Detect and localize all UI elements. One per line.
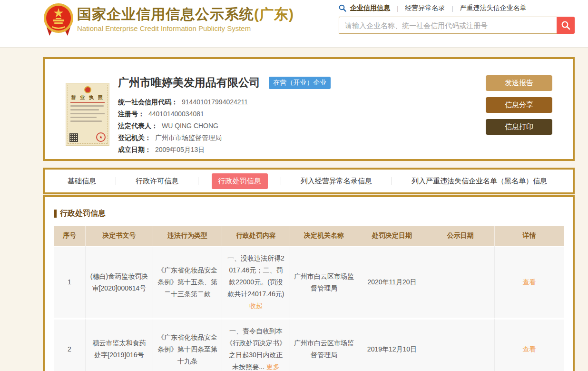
tabs-bar: 基础信息 行政许可信息 行政处罚信息 列入经营异常名录信息 列入严重违法失信企业… (45, 170, 573, 192)
site-title-region: (广东) (254, 6, 294, 22)
nav-link-abnormal-operations[interactable]: 经营异常名录 (405, 4, 445, 12)
cell-decision-date: 2020年11月20日 (358, 246, 426, 319)
cell-authority: 广州市白云区市场监督管理局 (290, 246, 358, 319)
tab-divider (281, 177, 281, 185)
table-row: 2 穗云市监太和食药处字[2019]016号 《广东省化妆品安全条例》第十四条至… (54, 319, 564, 371)
col-header-decision-date: 处罚决定日期 (358, 226, 426, 246)
view-detail-link[interactable]: 查看 (523, 345, 536, 353)
license-emblem-icon (84, 86, 91, 93)
cell-authority: 广州市白云区市场监督管理局 (290, 319, 358, 371)
cell-penalty-content: 一、没收违法所得2017.46元；二、罚款22000元。(罚没款共计24017.… (222, 246, 290, 319)
cell-violation-type: 《广东省化妆品安全条例》第十五条、第二十三条第二款 (153, 246, 222, 319)
company-name: 广州市唯婷美发用品有限公司 (118, 75, 260, 90)
license-text-line (70, 117, 97, 118)
cell-publish-date (426, 319, 495, 371)
license-text-line (70, 113, 105, 114)
field-label: 统一社会信用代码： (118, 98, 178, 106)
cell-doc-no: 穗云市监太和食药处字[2019]016号 (86, 319, 153, 371)
cell-publish-date (426, 246, 495, 319)
tab-abnormal-list[interactable]: 列入经营异常名录信息 (294, 173, 379, 189)
site-title-block: 国家企业信用信息公示系统(广东) National Enterprise Cre… (77, 6, 294, 32)
site-subtitle: National Enterprise Credit Information P… (77, 24, 294, 32)
col-header-detail: 详情 (495, 226, 564, 246)
col-header-authority: 决定机关名称 (290, 226, 358, 246)
view-detail-link[interactable]: 查看 (523, 278, 536, 286)
field-legal-representative: 法定代表人：WU QING CHONG (118, 120, 331, 132)
field-registration-no: 注册号：440101400034081 (118, 108, 331, 120)
field-value: 440101400034081 (148, 110, 204, 118)
field-value: WU QING CHONG (162, 122, 218, 130)
nav-divider: | (451, 5, 453, 12)
company-main: 广州市唯婷美发用品有限公司 在营（开业）企业 统一社会信用代码：91440101… (118, 75, 331, 156)
send-report-button[interactable]: 发送报告 (486, 75, 552, 91)
table-header-row: 序号 决定书文号 违法行为类型 行政处罚内容 决定机关名称 处罚决定日期 公示日… (54, 226, 564, 246)
share-info-button[interactable]: 信息分享 (486, 97, 552, 113)
search-input[interactable] (339, 17, 557, 34)
license-text-line (70, 109, 99, 110)
section-bar (54, 210, 57, 218)
license-red-seal: ★ (96, 132, 106, 142)
license-title: 营 业 执 照 (69, 94, 106, 101)
cell-detail: 查看 (495, 319, 564, 371)
national-emblem-logo (43, 2, 74, 38)
tab-admin-penalty[interactable]: 行政处罚信息 (212, 173, 268, 189)
col-header-violation-type: 违法行为类型 (153, 226, 222, 246)
cell-violation-type: 《广东省化妆品安全条例》第十四条至第十九条 (153, 319, 222, 371)
site-title-main: 国家企业信用信息公示系统 (77, 6, 254, 22)
license-text-line (70, 120, 102, 122)
tabs-card: 基础信息 行政许可信息 行政处罚信息 列入经营异常名录信息 列入严重违法失信企业… (43, 168, 575, 194)
business-license-image: 营 业 执 照 ★ (66, 83, 109, 146)
search-button-icon (561, 20, 570, 30)
penalty-card: 行政处罚信息 序号 决定书文号 违法行为类型 行政处罚内容 决定机关名称 处罚决… (43, 195, 575, 371)
field-registration-authority: 登记机关：广州市市场监督管理局 (118, 132, 331, 144)
col-header-penalty-content: 行政处罚内容 (222, 226, 290, 246)
section-title: 行政处罚信息 (60, 209, 106, 219)
tab-admin-license[interactable]: 行政许可信息 (129, 173, 185, 189)
col-header-doc-no: 决定书文号 (86, 226, 153, 246)
search-bar (339, 17, 575, 34)
company-fields: 统一社会信用代码：914401017994024211 注册号：44010140… (118, 96, 331, 156)
collapse-link[interactable]: 收起 (249, 302, 263, 310)
field-label: 登记机关： (118, 134, 151, 141)
cell-penalty-content: 一、责令自收到本《行政处罚决定书》之日起30日内改正未按照要... 更多 (222, 319, 290, 371)
penalty-table: 序号 决定书文号 违法行为类型 行政处罚内容 决定机关名称 处罚决定日期 公示日… (54, 226, 564, 371)
tab-divider (198, 177, 198, 185)
table-row: 1 (穗白)食药监妆罚决审[2020]000614号 《广东省化妆品安全条例》第… (54, 246, 564, 319)
cell-index: 1 (54, 246, 86, 319)
site-header: 国家企业信用信息公示系统(广东) National Enterprise Cre… (0, 0, 588, 48)
license-text-line (70, 105, 104, 107)
print-info-button[interactable]: 信息打印 (486, 119, 552, 135)
company-info-card: 营 业 执 照 ★ 广州市唯婷美发用品有限公司 在营（开业）企业 统一社会信用代… (43, 57, 575, 161)
tab-basic-info[interactable]: 基础信息 (61, 173, 103, 189)
section-header: 行政处罚信息 (54, 209, 573, 219)
penalty-content-text: 一、没收违法所得2017.46元；二、罚款22000元。(罚没款共计24017.… (227, 254, 284, 298)
license-divider (70, 102, 105, 103)
nav-divider: | (397, 5, 398, 12)
tab-blacklist[interactable]: 列入严重违法失信企业名单（黑名单）信息 (405, 173, 554, 189)
field-establishment-date: 成立日期：2009年05月13日 (118, 144, 331, 156)
search-button[interactable] (557, 17, 575, 34)
nav-link-serious-violations[interactable]: 严重违法失信企业名单 (460, 4, 527, 12)
tab-divider (392, 177, 392, 185)
cell-doc-no: (穗白)食药监妆罚决审[2020]000614号 (86, 246, 153, 319)
col-header-index: 序号 (54, 226, 86, 246)
company-status-badge: 在营（开业）企业 (269, 77, 331, 89)
field-value: 914401017994024211 (182, 98, 248, 106)
cell-index: 2 (54, 319, 86, 371)
cell-decision-date: 2019年12月10日 (358, 319, 426, 371)
field-label: 成立日期： (118, 146, 151, 153)
cell-detail: 查看 (495, 246, 564, 319)
company-actions: 发送报告 信息分享 信息打印 (486, 75, 552, 141)
header-right: 企业信用信息 | 经营异常名录 | 严重违法失信企业名单 (339, 3, 575, 34)
field-value: 广州市市场监督管理局 (155, 134, 222, 141)
field-label: 注册号： (118, 110, 145, 118)
tab-divider (116, 177, 116, 185)
field-credit-code: 统一社会信用代码：914401017994024211 (118, 96, 331, 108)
col-header-publish-date: 公示日期 (426, 226, 495, 246)
site-title: 国家企业信用信息公示系统(广东) (77, 6, 294, 22)
field-value: 2009年05月13日 (155, 146, 205, 153)
more-link[interactable]: 更多 (266, 363, 280, 371)
nav-link-enterprise-credit[interactable]: 企业信用信息 (350, 4, 390, 12)
search-icon (339, 4, 346, 12)
field-label: 法定代表人： (118, 122, 158, 130)
